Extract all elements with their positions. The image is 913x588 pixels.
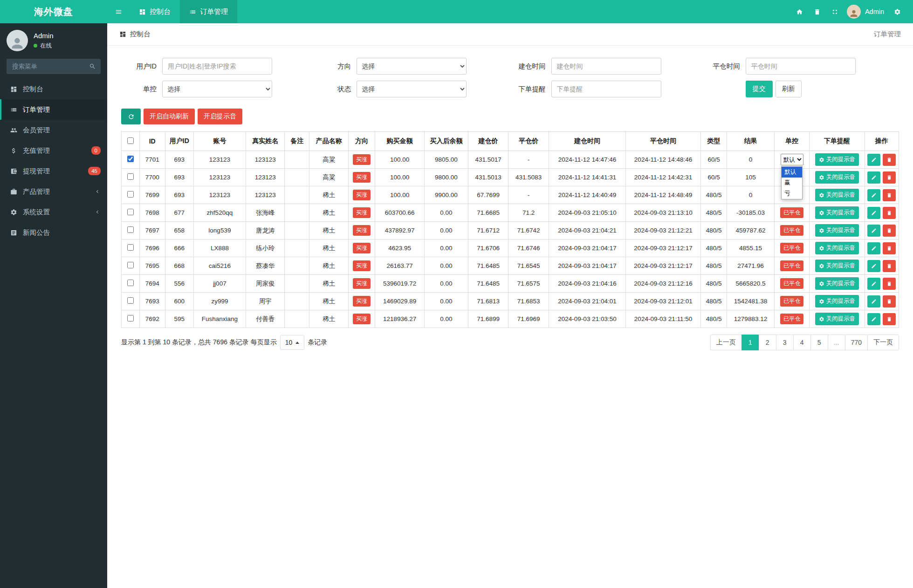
delete-button[interactable]: [883, 242, 896, 254]
trash-button[interactable]: [809, 0, 826, 23]
cell-remark: [285, 293, 309, 310]
cell-type: 480/5: [701, 257, 727, 275]
edit-button[interactable]: [867, 242, 880, 254]
row-checkbox[interactable]: [127, 297, 134, 304]
content-header: 控制台 订单管理: [107, 23, 913, 46]
edit-button[interactable]: [867, 313, 880, 325]
user-avatar[interactable]: [847, 5, 861, 19]
delete-button[interactable]: [883, 189, 896, 201]
direction-select[interactable]: 选择: [357, 58, 467, 75]
row-checkbox[interactable]: [127, 315, 134, 321]
topbar-tab-console[interactable]: 控制台: [130, 0, 180, 23]
cell-sound: 关闭提示音: [810, 310, 865, 328]
row-checkbox[interactable]: [127, 280, 134, 286]
close-time-input[interactable]: [746, 58, 856, 75]
next-page-button[interactable]: 下一页: [867, 335, 899, 350]
page-button: ...: [828, 335, 845, 350]
close-sound-button[interactable]: 关闭提示音: [815, 224, 859, 237]
table-refresh-button[interactable]: [121, 109, 141, 124]
open-time-input[interactable]: [551, 58, 661, 75]
page-button[interactable]: 770: [845, 335, 868, 350]
delete-button[interactable]: [883, 154, 896, 166]
sidebar-toggle-button[interactable]: [107, 0, 130, 23]
page-button[interactable]: 3: [776, 335, 794, 350]
close-sound-button[interactable]: 关闭提示音: [815, 206, 859, 219]
page-button[interactable]: 4: [793, 335, 811, 350]
submit-button[interactable]: 提交: [746, 81, 773, 97]
close-sound-button[interactable]: 关闭提示音: [815, 260, 859, 272]
edit-button[interactable]: [867, 207, 880, 219]
filter-label-close-time: 平仓时间: [705, 62, 746, 71]
control-select[interactable]: 默认: [781, 154, 803, 165]
settings-button[interactable]: [889, 0, 906, 23]
page-button[interactable]: 5: [810, 335, 828, 350]
page-button[interactable]: 2: [759, 335, 776, 350]
direction-badge: 买涨: [353, 225, 371, 236]
close-sound-button[interactable]: 关闭提示音: [815, 295, 859, 308]
edit-button[interactable]: [867, 260, 880, 272]
edit-button[interactable]: [867, 295, 880, 308]
cell-actions: [865, 204, 899, 222]
refresh-filter-button[interactable]: 刷新: [776, 81, 802, 97]
cell-user_id: 600: [165, 293, 193, 310]
edit-button[interactable]: [867, 278, 880, 290]
delete-button[interactable]: [883, 278, 896, 290]
sound-toggle-button[interactable]: 开启提示音: [198, 109, 242, 124]
cell-balance_after: 0.00: [425, 204, 468, 222]
home-button[interactable]: [791, 0, 808, 23]
edit-button[interactable]: [867, 189, 880, 201]
delete-button[interactable]: [883, 225, 896, 237]
control-option[interactable]: 亏: [782, 188, 802, 199]
row-checkbox[interactable]: [127, 209, 134, 215]
page-size-select[interactable]: 10: [280, 335, 305, 350]
sidebar-item-members[interactable]: 会员管理: [0, 120, 107, 140]
delete-button[interactable]: [883, 295, 896, 308]
user-id-input[interactable]: [162, 58, 272, 75]
prev-page-button[interactable]: 上一页: [710, 335, 742, 350]
sidebar-item-settings[interactable]: 系统设置: [0, 202, 107, 222]
row-checkbox[interactable]: [127, 173, 134, 180]
auto-refresh-button[interactable]: 开启自动刷新: [144, 109, 195, 124]
edit-button[interactable]: [867, 225, 880, 237]
sidebar-item-news[interactable]: 新闻公告: [0, 222, 107, 243]
order-notice-input[interactable]: [551, 81, 661, 97]
row-checkbox[interactable]: [127, 156, 134, 162]
sidebar-item-orders[interactable]: 订单管理: [0, 99, 107, 120]
control-option[interactable]: 赢: [782, 178, 802, 188]
cell-balance_after: 0.00: [425, 310, 468, 328]
select-all-checkbox[interactable]: [127, 137, 134, 144]
menu-search-button[interactable]: [84, 59, 101, 74]
row-checkbox[interactable]: [127, 244, 134, 251]
control-option[interactable]: 默认: [782, 167, 802, 178]
close-sound-button[interactable]: 关闭提示音: [815, 189, 859, 201]
trash-icon: [886, 157, 892, 163]
delete-button[interactable]: [883, 313, 896, 325]
pagination-info-suffix: 条记录: [308, 338, 327, 347]
delete-button[interactable]: [883, 207, 896, 219]
edit-button[interactable]: [867, 171, 880, 184]
close-sound-button[interactable]: 关闭提示音: [815, 242, 859, 254]
status-select[interactable]: 选择: [357, 81, 467, 97]
menu-search-input[interactable]: [7, 59, 84, 74]
sidebar-item-recharge[interactable]: 充值管理0: [0, 140, 107, 161]
delete-button[interactable]: [883, 171, 896, 184]
row-checkbox[interactable]: [127, 191, 134, 198]
sidebar-item-withdraw[interactable]: 提现管理45: [0, 161, 107, 181]
close-sound-button[interactable]: 关闭提示音: [815, 171, 859, 184]
delete-button[interactable]: [883, 260, 896, 272]
cell-result: 27471.96: [727, 257, 775, 275]
page-button[interactable]: 1: [741, 335, 759, 350]
cell-control: 已平仓: [774, 239, 809, 257]
cell-balance_after: 0.00: [425, 239, 468, 257]
edit-button[interactable]: [867, 154, 880, 166]
close-sound-button[interactable]: 关闭提示音: [815, 277, 859, 290]
fullscreen-button[interactable]: [827, 0, 844, 23]
close-sound-button[interactable]: 关闭提示音: [815, 313, 859, 325]
topbar-tab-orders[interactable]: 订单管理: [180, 0, 237, 23]
control-filter-select[interactable]: 选择: [162, 81, 272, 97]
sidebar-item-products[interactable]: 产品管理: [0, 181, 107, 202]
sidebar-item-console[interactable]: 控制台: [0, 79, 107, 99]
close-sound-button[interactable]: 关闭提示音: [815, 153, 859, 166]
row-checkbox[interactable]: [127, 262, 134, 268]
row-checkbox[interactable]: [127, 226, 134, 233]
